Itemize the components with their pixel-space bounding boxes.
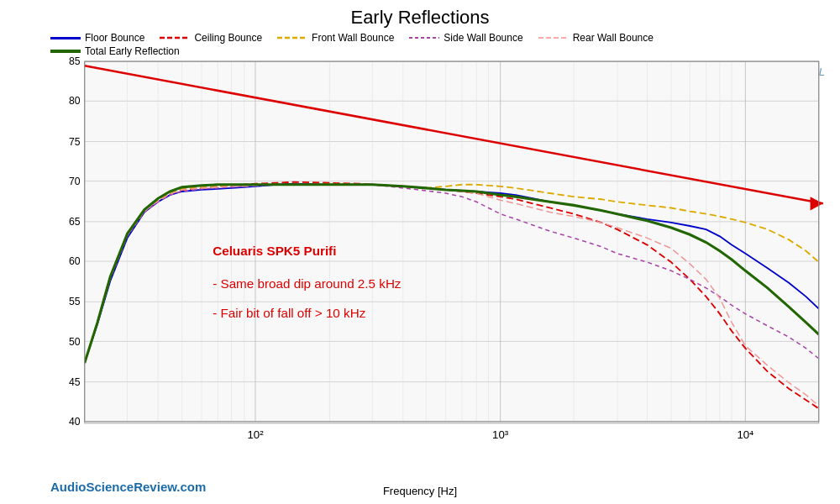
floor-bounce-label: Floor Bounce: [85, 32, 144, 44]
svg-text:85: 85: [69, 57, 81, 67]
front-wall-bounce-icon: [277, 35, 307, 40]
chart-container: Early Reflections Floor Bounce Ceiling B…: [0, 0, 840, 504]
legend-floor-bounce: Floor Bounce: [50, 32, 144, 44]
rear-wall-bounce-icon: [538, 35, 569, 40]
svg-text:50: 50: [69, 335, 81, 347]
svg-text:60: 60: [69, 255, 81, 267]
y-axis-ticks: 85 80 75 70 65 60 55 50 45 40: [69, 57, 81, 428]
svg-text:10²: 10²: [247, 428, 264, 441]
annotation-line3: - Fair bit of fall off > 10 kHz: [213, 306, 365, 320]
chart-title: Early Reflections: [0, 0, 840, 29]
legend-total-early-reflection: Total Early Reflection: [50, 45, 180, 57]
side-wall-bounce-label: Side Wall Bounce: [444, 32, 522, 44]
svg-text:75: 75: [69, 136, 81, 148]
legend-front-wall-bounce: Front Wall Bounce: [277, 32, 394, 44]
floor-bounce-line: [50, 37, 81, 39]
svg-text:40: 40: [69, 416, 81, 428]
svg-text:10⁴: 10⁴: [738, 428, 754, 441]
side-wall-bounce-icon: [409, 35, 439, 40]
svg-text:70: 70: [69, 176, 81, 187]
legend-ceiling-bounce: Ceiling Bounce: [160, 32, 262, 44]
annotation-line1: Celuaris SPK5 Purifi: [213, 244, 336, 258]
total-early-reflection-line: [50, 50, 81, 53]
front-wall-bounce-label: Front Wall Bounce: [312, 32, 394, 44]
svg-rect-5: [85, 61, 819, 423]
ceiling-bounce-icon: [160, 35, 190, 40]
legend-rear-wall-bounce: Rear Wall Bounce: [538, 32, 654, 44]
x-axis-label: Frequency [Hz]: [383, 485, 457, 497]
x-axis-ticks: 10² 10³ 10⁴: [247, 428, 753, 441]
svg-text:65: 65: [69, 216, 81, 228]
svg-text:55: 55: [69, 296, 81, 307]
legend: Floor Bounce Ceiling Bounce Front Wall B…: [0, 29, 840, 60]
chart-svg: 85 80 75 70 65 60 55 50 45 40: [46, 57, 832, 462]
svg-text:10³: 10³: [492, 428, 509, 441]
watermark: AudioScienceReview.com: [50, 480, 206, 494]
svg-text:45: 45: [69, 376, 81, 388]
svg-text:80: 80: [69, 95, 81, 107]
total-early-reflection-label: Total Early Reflection: [85, 45, 180, 57]
rear-wall-bounce-label: Rear Wall Bounce: [573, 32, 654, 44]
annotation-line2: - Same broad dip around 2.5 kHz: [213, 276, 402, 291]
legend-side-wall-bounce: Side Wall Bounce: [409, 32, 522, 44]
ceiling-bounce-label: Ceiling Bounce: [194, 32, 262, 44]
